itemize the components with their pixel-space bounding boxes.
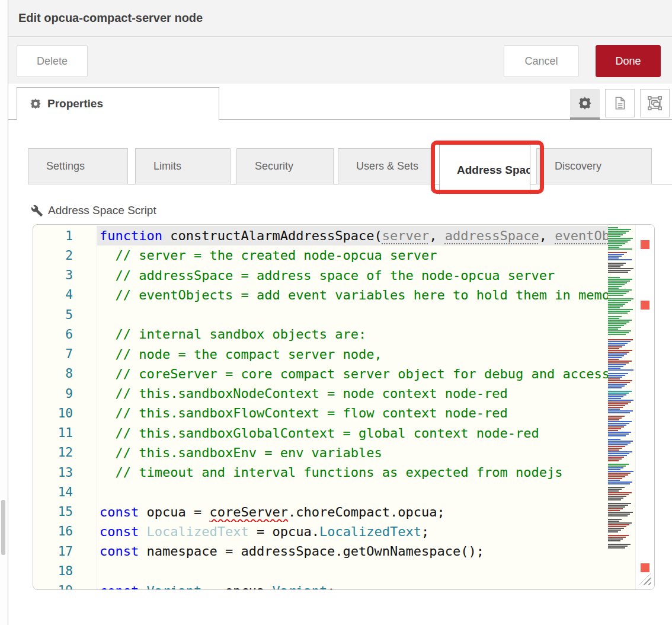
code-text: // timeout and interval functions as exp… <box>97 463 608 482</box>
minimap-line <box>608 293 626 294</box>
subtab-settings[interactable]: Settings <box>28 148 128 184</box>
minimap-line <box>608 320 632 321</box>
minimap-line <box>608 325 624 326</box>
line-number-gutter: 1 <box>33 226 97 245</box>
code-text: // node = the compact server node, <box>97 345 608 364</box>
code-line: 13 // timeout and interval functions as … <box>33 463 608 482</box>
page-scrollbar-track <box>0 0 8 625</box>
dialog-header: Edit opcua-compact-server node <box>8 0 672 37</box>
minimap-line <box>608 442 631 444</box>
minimap-line <box>608 506 625 508</box>
minimap-line <box>608 339 633 340</box>
delete-button[interactable]: Delete <box>17 45 88 77</box>
minimap-line <box>608 469 620 470</box>
description-icon-button[interactable] <box>605 89 635 117</box>
code-text: // addressSpace = address space of the n… <box>97 266 608 285</box>
minimap-line <box>608 286 622 287</box>
subtab-users-sets[interactable]: Users & Sets <box>338 148 433 184</box>
document-icon <box>612 95 628 111</box>
minimap-line <box>608 361 632 362</box>
line-number-gutter: 15 <box>33 502 97 522</box>
code-line: 6 // internal sandbox objects are: <box>33 324 608 344</box>
minimap-line <box>608 478 622 479</box>
code-line: 8 // coreServer = core compact server ob… <box>33 364 608 384</box>
subtab-address-space-active[interactable]: Address Space <box>439 145 530 194</box>
subtab-discovery[interactable]: Discovery <box>536 148 652 184</box>
code-text: // internal sandbox objects are: <box>97 324 608 344</box>
code-text: // server = the created node-opcua serve… <box>97 245 608 265</box>
minimap-line <box>608 433 629 435</box>
code-line: 4 // eventObjects = add event variables … <box>33 285 608 305</box>
minimap-line <box>608 238 633 239</box>
editor-minimap[interactable] <box>608 227 635 587</box>
tab-properties[interactable]: Properties <box>17 87 219 120</box>
minimap-line <box>608 232 626 234</box>
code-rows: 1function constructAlarmAddressSpace(ser… <box>33 226 608 590</box>
minimap-line <box>608 451 632 452</box>
line-number-gutter: 8 <box>33 364 97 384</box>
address-space-script-label-row: Address Space Script <box>31 202 156 219</box>
appearance-icon-button[interactable] <box>640 89 670 117</box>
error-marker <box>641 240 649 249</box>
code-text <box>97 305 608 324</box>
line-number-gutter: 13 <box>33 463 97 482</box>
line-number: 6 <box>33 327 73 342</box>
minimap-line <box>608 455 627 456</box>
code-text: // this.sandboxGlobalContext = global co… <box>97 423 608 443</box>
minimap-line <box>608 490 619 492</box>
minimap-line <box>608 257 619 259</box>
done-button[interactable]: Done <box>596 45 661 77</box>
subtab-limits[interactable]: Limits <box>135 148 231 184</box>
minimap-line <box>608 514 630 515</box>
minimap-line <box>608 522 632 524</box>
minimap-line <box>608 307 620 308</box>
minimap-line <box>608 521 619 522</box>
minimap-line <box>608 430 618 431</box>
minimap-line <box>608 405 625 406</box>
line-number-gutter: 10 <box>33 403 97 423</box>
minimap-line <box>608 309 633 310</box>
minimap-line <box>608 460 619 461</box>
minimap-line <box>608 530 621 531</box>
minimap-line <box>608 498 623 499</box>
code-text: // eventObjects = add event variables he… <box>97 285 608 305</box>
minimap-line <box>608 380 632 381</box>
minimap-line <box>608 419 619 420</box>
properties-icon-button[interactable] <box>570 89 600 120</box>
minimap-line <box>608 458 622 460</box>
subtab-security[interactable]: Security <box>236 148 334 184</box>
cancel-button[interactable]: Cancel <box>504 45 579 77</box>
code-line: 10 // this.sandboxFlowContext = flow con… <box>33 403 608 423</box>
code-text: const namespace = addressSpace.getOwnNam… <box>97 541 608 561</box>
minimap-line <box>608 483 630 484</box>
minimap-line <box>608 385 625 387</box>
minimap-line <box>608 403 628 404</box>
code-text: const Variant = opcua.Variant; <box>97 581 608 591</box>
minimap-line <box>608 355 624 356</box>
minimap-line <box>608 357 622 358</box>
minimap-line <box>608 359 619 360</box>
minimap-line <box>608 247 619 248</box>
line-number-gutter: 7 <box>33 345 97 364</box>
minimap-line <box>608 499 621 500</box>
minimap-line <box>608 449 619 451</box>
minimap-line <box>608 505 628 506</box>
address-space-script-editor[interactable]: 1function constructAlarmAddressSpace(ser… <box>33 224 655 590</box>
page-scrollbar-thumb[interactable] <box>1 500 5 555</box>
minimap-line <box>608 409 620 410</box>
minimap-line <box>608 524 629 525</box>
minimap-line <box>608 280 630 282</box>
minimap-line <box>608 302 628 303</box>
minimap-line <box>608 435 626 436</box>
code-line: 2 // server = the created node-opcua ser… <box>33 245 608 265</box>
code-line: 15const opcua = coreServer.choreCompact.… <box>33 502 608 522</box>
editor-overview-ruler[interactable] <box>635 225 654 589</box>
minimap-line <box>608 428 621 429</box>
minimap-line <box>608 537 626 538</box>
minimap-line <box>608 393 629 394</box>
minimap-line <box>608 291 629 292</box>
minimap-line <box>608 256 622 257</box>
minimap-line <box>608 425 626 426</box>
gear-icon <box>30 98 41 109</box>
minimap-line <box>608 407 623 408</box>
